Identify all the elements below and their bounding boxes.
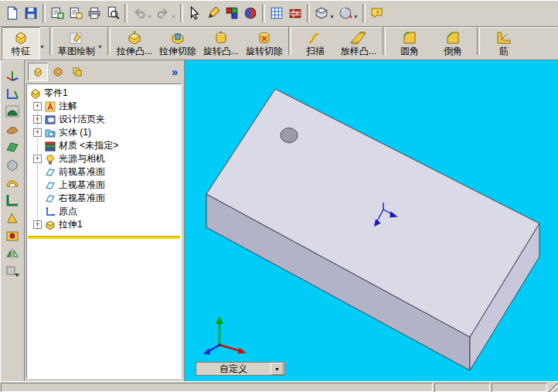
tab-property-manager[interactable] [49,63,67,80]
extruded-cut-label: 拉伸切除 [159,46,196,56]
redo-dropdown-caret[interactable]: ▼ [171,14,176,19]
undo-icon [132,6,146,20]
tree-item-label: 材质 <未指定> [59,139,118,152]
view-orientation-icon [315,6,328,20]
color-button[interactable] [223,4,241,22]
toolbar-separator [362,4,366,22]
deform-button[interactable] [2,155,22,173]
dome-button[interactable] [2,102,22,120]
view-triad [203,316,247,355]
make-assembly-button[interactable] [66,4,85,22]
shell-button[interactable] [2,173,22,191]
tree-item-design-binder[interactable]: + 设计活页夹 [27,113,181,126]
measure-button[interactable] [2,191,22,209]
lofted-boss-button[interactable]: 放样凸... [337,27,380,60]
extruded-cut-icon [169,30,186,46]
render-button[interactable] [241,4,260,22]
graphics-viewport[interactable]: 自定义 ▼ [184,60,558,381]
rollback-bar[interactable] [28,236,180,239]
axes-3d-button[interactable] [2,66,22,84]
display-style-button[interactable] [336,4,355,22]
render-sphere-icon [243,6,257,20]
features-mode-label: 特征 [12,46,30,56]
bricks-button[interactable] [286,4,305,22]
rib-icon [495,30,512,46]
view-selector-dropdown-button[interactable]: ▼ [270,363,284,375]
status-cell [492,383,547,392]
undo-dropdown-caret[interactable]: ▼ [147,14,152,19]
save-button[interactable] [22,4,40,22]
extruded-boss-button[interactable]: 拉伸凸... [113,27,156,60]
hole-wizard-button[interactable] [2,227,22,244]
print-button[interactable] [85,4,104,22]
standard-toolbar: ▼ ▼ ▼ ▼ [0,0,558,27]
solid-bodies-folder-icon [44,127,56,139]
lofted-boss-label: 放样凸... [341,46,376,56]
revolved-cut-button[interactable]: 旋转切除 [243,27,286,60]
sketch-mode-button[interactable]: 草图绘制 [55,27,98,60]
dome-icon [5,104,20,118]
select-button[interactable] [185,4,204,22]
tab-configuration-manager[interactable] [68,63,87,80]
mirror-button[interactable] [2,244,22,262]
sketch-tool-button[interactable] [204,4,223,22]
tree-item-material[interactable]: 材质 <未指定> [27,139,181,152]
display-style-caret[interactable]: ▼ [353,14,359,19]
tree-item-front-plane[interactable]: 前视基准面 [27,165,181,179]
view-orientation-caret[interactable]: ▼ [329,14,335,19]
tree-item-extrude1[interactable]: + 拉伸1 [27,218,181,231]
rib-button[interactable]: 筋 [482,27,526,60]
freeform-button[interactable] [2,120,22,138]
configuration-manager-icon [71,66,83,78]
sweep-button[interactable]: 扫描 [294,27,337,60]
tree-item-right-plane[interactable]: 右视基准面 [27,192,181,205]
view-selector-combo[interactable]: 自定义 ▼ [196,362,285,376]
solidworks-window: ▼ ▼ ▼ ▼ [0,0,558,392]
extruded-cut-button[interactable]: 拉伸切除 [156,27,199,60]
features-mode-button[interactable]: 特征 [2,27,40,60]
more-features-button[interactable] [2,262,22,280]
help-button[interactable]: ? [368,4,386,22]
tree-item-label: 上视基准面 [59,179,105,192]
tree-item-annotations[interactable]: + 注解 [27,100,181,113]
undo-button[interactable] [130,4,148,22]
coordinate-system-button[interactable] [2,84,22,102]
features-mode-dropdown[interactable]: ▼ [40,27,47,60]
select-arrow-icon [188,6,202,20]
model-hole [281,128,298,143]
tree-item-label: 实体 (1) [59,126,91,139]
surface-icon [5,140,20,154]
model-block[interactable] [206,89,539,370]
revolved-boss-button[interactable]: 旋转凸... [199,27,243,60]
surface-button[interactable] [2,138,22,155]
sketch-mode-icon [68,30,85,46]
panel-collapse-button[interactable]: » [168,66,181,77]
rib-label: 筋 [499,46,509,56]
toolbar-separator [262,4,265,22]
make-drawing-button[interactable] [48,4,66,22]
tree-item-label: 光源与相机 [59,152,105,165]
toolbar-separator [124,4,128,22]
new-document-button[interactable] [3,4,22,22]
view-orientation-button[interactable] [312,4,331,22]
print-preview-button[interactable] [104,4,122,22]
sketch-mode-dropdown[interactable]: ▼ [98,27,105,60]
material-icon [44,140,56,152]
resize-grip[interactable] [548,382,558,392]
tree-item-part1[interactable]: 零件1 [27,87,181,100]
tree-item-origin[interactable]: 原点 [27,205,181,218]
grid-button[interactable] [267,4,286,22]
tree-item-lights-cameras[interactable]: + 光源与相机 [27,152,181,165]
features-mode-icon [12,30,29,46]
redo-button[interactable] [154,4,172,22]
revolved-cut-icon [256,30,273,46]
fillet-button[interactable]: 圆角 [388,27,431,60]
tree-item-top-plane[interactable]: 上视基准面 [27,179,181,192]
chamfer-button[interactable]: 倒角 [431,27,475,60]
tab-feature-manager[interactable] [28,63,48,81]
color-swatch-icon [225,6,239,20]
draft-button[interactable] [2,209,22,227]
tree-item-solid-bodies[interactable]: + 实体 (1) [27,126,181,139]
plane-icon [44,166,56,179]
features-toolbar: 特征 ▼ 草图绘制 ▼ 拉伸凸... 拉伸切除 旋转凸... 旋转切除 扫描 [0,27,558,60]
